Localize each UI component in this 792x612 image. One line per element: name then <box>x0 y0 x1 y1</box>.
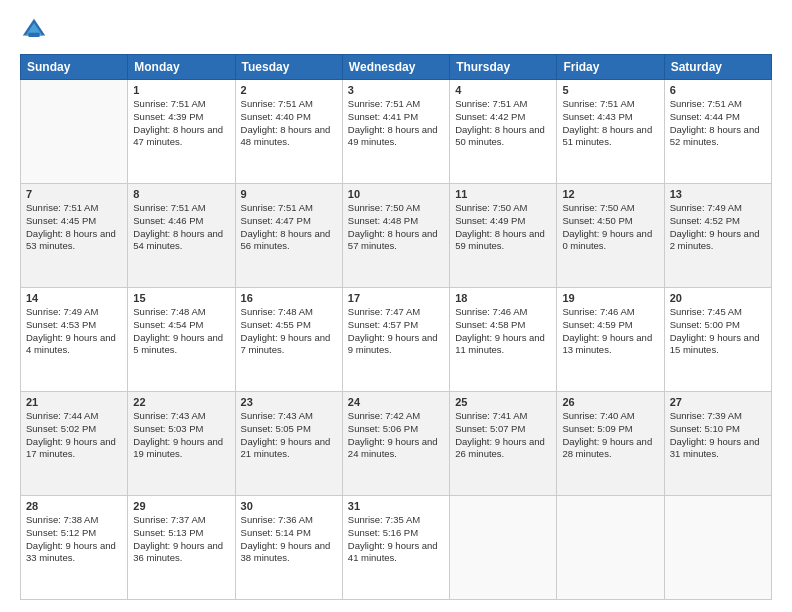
sunrise-label: Sunrise: 7:51 AM <box>26 202 98 213</box>
weekday-header-wednesday: Wednesday <box>342 55 449 80</box>
day-number: 12 <box>562 188 658 200</box>
day-info: Sunrise: 7:48 AM Sunset: 4:55 PM Dayligh… <box>241 306 337 357</box>
day-number: 30 <box>241 500 337 512</box>
sunset-label: Sunset: 5:16 PM <box>348 527 418 538</box>
calendar-cell: 25 Sunrise: 7:41 AM Sunset: 5:07 PM Dayl… <box>450 392 557 496</box>
sunset-label: Sunset: 4:59 PM <box>562 319 632 330</box>
daylight-label: Daylight: 8 hours and 57 minutes. <box>348 228 438 252</box>
sunrise-label: Sunrise: 7:48 AM <box>133 306 205 317</box>
calendar-week-row: 7 Sunrise: 7:51 AM Sunset: 4:45 PM Dayli… <box>21 184 772 288</box>
calendar-cell: 29 Sunrise: 7:37 AM Sunset: 5:13 PM Dayl… <box>128 496 235 600</box>
sunrise-label: Sunrise: 7:51 AM <box>455 98 527 109</box>
calendar-week-row: 21 Sunrise: 7:44 AM Sunset: 5:02 PM Dayl… <box>21 392 772 496</box>
calendar-cell: 8 Sunrise: 7:51 AM Sunset: 4:46 PM Dayli… <box>128 184 235 288</box>
calendar-cell: 15 Sunrise: 7:48 AM Sunset: 4:54 PM Dayl… <box>128 288 235 392</box>
sunset-label: Sunset: 5:10 PM <box>670 423 740 434</box>
calendar-week-row: 1 Sunrise: 7:51 AM Sunset: 4:39 PM Dayli… <box>21 80 772 184</box>
weekday-header-sunday: Sunday <box>21 55 128 80</box>
sunset-label: Sunset: 4:58 PM <box>455 319 525 330</box>
weekday-header-thursday: Thursday <box>450 55 557 80</box>
day-info: Sunrise: 7:51 AM Sunset: 4:42 PM Dayligh… <box>455 98 551 149</box>
sunset-label: Sunset: 4:43 PM <box>562 111 632 122</box>
day-number: 11 <box>455 188 551 200</box>
daylight-label: Daylight: 9 hours and 7 minutes. <box>241 332 331 356</box>
sunset-label: Sunset: 4:54 PM <box>133 319 203 330</box>
weekday-header-row: SundayMondayTuesdayWednesdayThursdayFrid… <box>21 55 772 80</box>
daylight-label: Daylight: 9 hours and 36 minutes. <box>133 540 223 564</box>
daylight-label: Daylight: 9 hours and 26 minutes. <box>455 436 545 460</box>
sunrise-label: Sunrise: 7:51 AM <box>241 98 313 109</box>
calendar-cell <box>450 496 557 600</box>
day-number: 18 <box>455 292 551 304</box>
sunrise-label: Sunrise: 7:37 AM <box>133 514 205 525</box>
day-number: 9 <box>241 188 337 200</box>
day-number: 13 <box>670 188 766 200</box>
day-number: 4 <box>455 84 551 96</box>
day-number: 31 <box>348 500 444 512</box>
daylight-label: Daylight: 9 hours and 9 minutes. <box>348 332 438 356</box>
day-number: 24 <box>348 396 444 408</box>
daylight-label: Daylight: 9 hours and 17 minutes. <box>26 436 116 460</box>
day-info: Sunrise: 7:48 AM Sunset: 4:54 PM Dayligh… <box>133 306 229 357</box>
page: SundayMondayTuesdayWednesdayThursdayFrid… <box>0 0 792 612</box>
day-number: 16 <box>241 292 337 304</box>
calendar-cell: 26 Sunrise: 7:40 AM Sunset: 5:09 PM Dayl… <box>557 392 664 496</box>
sunset-label: Sunset: 4:55 PM <box>241 319 311 330</box>
svg-rect-2 <box>28 33 39 37</box>
day-number: 21 <box>26 396 122 408</box>
day-info: Sunrise: 7:43 AM Sunset: 5:03 PM Dayligh… <box>133 410 229 461</box>
sunset-label: Sunset: 4:45 PM <box>26 215 96 226</box>
daylight-label: Daylight: 9 hours and 15 minutes. <box>670 332 760 356</box>
calendar-cell: 28 Sunrise: 7:38 AM Sunset: 5:12 PM Dayl… <box>21 496 128 600</box>
calendar-cell: 13 Sunrise: 7:49 AM Sunset: 4:52 PM Dayl… <box>664 184 771 288</box>
sunset-label: Sunset: 4:40 PM <box>241 111 311 122</box>
sunset-label: Sunset: 5:14 PM <box>241 527 311 538</box>
daylight-label: Daylight: 9 hours and 11 minutes. <box>455 332 545 356</box>
day-info: Sunrise: 7:46 AM Sunset: 4:59 PM Dayligh… <box>562 306 658 357</box>
calendar-cell: 12 Sunrise: 7:50 AM Sunset: 4:50 PM Dayl… <box>557 184 664 288</box>
calendar-cell: 9 Sunrise: 7:51 AM Sunset: 4:47 PM Dayli… <box>235 184 342 288</box>
daylight-label: Daylight: 8 hours and 53 minutes. <box>26 228 116 252</box>
day-info: Sunrise: 7:41 AM Sunset: 5:07 PM Dayligh… <box>455 410 551 461</box>
sunset-label: Sunset: 4:41 PM <box>348 111 418 122</box>
sunset-label: Sunset: 5:00 PM <box>670 319 740 330</box>
day-number: 20 <box>670 292 766 304</box>
calendar-cell: 27 Sunrise: 7:39 AM Sunset: 5:10 PM Dayl… <box>664 392 771 496</box>
daylight-label: Daylight: 9 hours and 24 minutes. <box>348 436 438 460</box>
day-number: 2 <box>241 84 337 96</box>
day-info: Sunrise: 7:49 AM Sunset: 4:52 PM Dayligh… <box>670 202 766 253</box>
daylight-label: Daylight: 8 hours and 54 minutes. <box>133 228 223 252</box>
sunset-label: Sunset: 4:42 PM <box>455 111 525 122</box>
daylight-label: Daylight: 9 hours and 13 minutes. <box>562 332 652 356</box>
sunrise-label: Sunrise: 7:45 AM <box>670 306 742 317</box>
weekday-header-friday: Friday <box>557 55 664 80</box>
daylight-label: Daylight: 9 hours and 31 minutes. <box>670 436 760 460</box>
sunset-label: Sunset: 4:57 PM <box>348 319 418 330</box>
sunrise-label: Sunrise: 7:51 AM <box>133 202 205 213</box>
day-number: 29 <box>133 500 229 512</box>
calendar-table: SundayMondayTuesdayWednesdayThursdayFrid… <box>20 54 772 600</box>
day-number: 7 <box>26 188 122 200</box>
sunrise-label: Sunrise: 7:38 AM <box>26 514 98 525</box>
sunset-label: Sunset: 5:06 PM <box>348 423 418 434</box>
sunset-label: Sunset: 4:50 PM <box>562 215 632 226</box>
sunrise-label: Sunrise: 7:51 AM <box>562 98 634 109</box>
calendar-cell: 20 Sunrise: 7:45 AM Sunset: 5:00 PM Dayl… <box>664 288 771 392</box>
daylight-label: Daylight: 9 hours and 28 minutes. <box>562 436 652 460</box>
calendar-cell: 7 Sunrise: 7:51 AM Sunset: 4:45 PM Dayli… <box>21 184 128 288</box>
day-info: Sunrise: 7:51 AM Sunset: 4:40 PM Dayligh… <box>241 98 337 149</box>
day-number: 27 <box>670 396 766 408</box>
day-number: 28 <box>26 500 122 512</box>
calendar-cell: 5 Sunrise: 7:51 AM Sunset: 4:43 PM Dayli… <box>557 80 664 184</box>
sunset-label: Sunset: 5:05 PM <box>241 423 311 434</box>
calendar-cell: 14 Sunrise: 7:49 AM Sunset: 4:53 PM Dayl… <box>21 288 128 392</box>
daylight-label: Daylight: 9 hours and 41 minutes. <box>348 540 438 564</box>
calendar-cell: 24 Sunrise: 7:42 AM Sunset: 5:06 PM Dayl… <box>342 392 449 496</box>
day-info: Sunrise: 7:51 AM Sunset: 4:44 PM Dayligh… <box>670 98 766 149</box>
day-number: 15 <box>133 292 229 304</box>
sunset-label: Sunset: 5:12 PM <box>26 527 96 538</box>
day-number: 5 <box>562 84 658 96</box>
daylight-label: Daylight: 8 hours and 47 minutes. <box>133 124 223 148</box>
daylight-label: Daylight: 9 hours and 19 minutes. <box>133 436 223 460</box>
calendar-cell: 21 Sunrise: 7:44 AM Sunset: 5:02 PM Dayl… <box>21 392 128 496</box>
